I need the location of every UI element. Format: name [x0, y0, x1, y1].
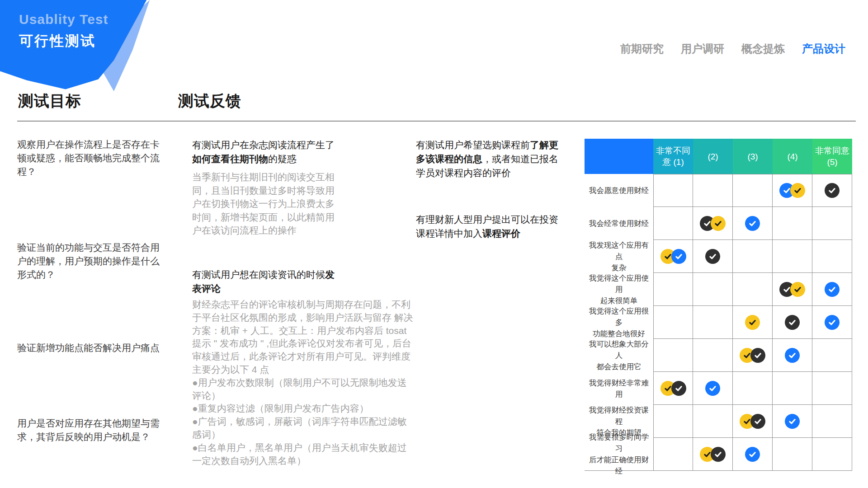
table-cell [653, 207, 693, 240]
feedback-heading: 有理财新人型用户提出可以在投资课程详情中加入课程评价 [416, 212, 562, 240]
blue-check-icon [825, 315, 840, 330]
feedback-title: 测试反馈 [178, 91, 241, 112]
divider-rule [17, 121, 856, 122]
blue-check-icon [785, 348, 800, 363]
blue-check-icon [825, 282, 840, 297]
table-row-label: 我觉得这个应用很多 功能整合地很好 [585, 306, 653, 339]
survey-table: 非常不同意 (1)(2)(3)(4)非常同意 (5)我会愿意使用财经我会经常使用… [585, 139, 852, 471]
table-header-cell: (4) [773, 139, 812, 174]
table-cell [733, 339, 773, 372]
blue-check-icon [745, 447, 760, 462]
table-cell [773, 372, 812, 405]
nav-item-0[interactable]: 前期研究 [620, 42, 664, 56]
goal-paragraph: 观察用户在操作流程上是否存在卡顿或疑惑，能否顺畅地完成整个流程？ [17, 138, 161, 178]
table-cell [733, 372, 773, 405]
blue-check-icon [785, 414, 800, 429]
table-cell [693, 240, 733, 273]
feedback-heading: 有测试用户想在阅读资讯的时候发表评论 [192, 267, 343, 296]
black-check-icon [750, 414, 765, 429]
feedback-heading-text: 有测试用户希望选购课程前 [416, 140, 530, 150]
black-check-icon [785, 315, 800, 330]
table-corner-cell [585, 139, 653, 174]
table-cell [773, 273, 812, 306]
table-cell [653, 372, 693, 405]
goal-paragraph: 验证新增功能点能否解决用户痛点 [17, 341, 161, 355]
yellow-check-icon [790, 282, 805, 297]
table-cell [773, 207, 812, 240]
table-cell [812, 207, 852, 240]
table-row-label: 我觉得财经非常难用 [585, 372, 653, 405]
nav-item-1[interactable]: 用户调研 [681, 42, 724, 56]
table-cell [733, 306, 773, 339]
black-check-icon [750, 348, 765, 363]
nav-item-3[interactable]: 产品设计 [802, 42, 845, 56]
table-cell [693, 207, 733, 240]
banner-title-zh: 可行性测试 [19, 32, 96, 51]
table-cell [653, 306, 693, 339]
feedback-heading-bold-text: 课程评价 [482, 228, 520, 239]
feedback-heading: 有测试用户在杂志阅读流程产生了如何查看往期刊物的疑惑 [192, 138, 343, 166]
table-cell [773, 174, 812, 207]
table-cell [773, 405, 812, 438]
table-cell [812, 405, 852, 438]
table-cell [812, 306, 852, 339]
table-cell [733, 207, 773, 240]
yellow-check-icon [790, 183, 805, 198]
table-row-label: 我会愿意使用财经 [585, 174, 653, 207]
black-check-icon [825, 183, 840, 198]
feedback-heading-bold-text: 如何查看往期刊物 [192, 154, 268, 164]
blue-check-icon [745, 216, 760, 231]
feedback-heading: 有测试用户希望选购课程前了解更多该课程的信息，或者知道已报名学员对课程内容的评价 [416, 138, 560, 180]
table-cell [812, 372, 852, 405]
goal-paragraph: 用户是否对应用存在其他期望与需求，其背后反映的用户动机是？ [17, 417, 161, 444]
table-cell [693, 372, 733, 405]
table-cell [693, 273, 733, 306]
feedback-body: 当季新刊与往期旧刊的阅读交互相同，且当旧刊数量过多时将导致用户在切换刊物这一行为… [192, 170, 343, 237]
table-cell [733, 273, 773, 306]
table-cell [653, 438, 693, 471]
table-cell [773, 339, 812, 372]
table-row-label: 我觉得这个应用使用 起来很简单 [585, 273, 653, 306]
table-cell [693, 174, 733, 207]
table-header-cell: 非常不同意 (1) [653, 139, 693, 174]
banner: Usablity Test 可行性测试 [0, 0, 156, 100]
page: { "banner": { "title_en": "Usablity Test… [0, 0, 868, 488]
feedback-body: 财经杂志平台的评论审核机制与周期存在问题，不利于平台社区化氛围的形成，影响用户活… [192, 298, 415, 467]
yellow-check-icon [745, 315, 760, 330]
table-cell [653, 240, 693, 273]
table-cell [733, 174, 773, 207]
yellow-check-icon [711, 216, 726, 231]
table-cell [693, 306, 733, 339]
table-cell [773, 438, 812, 471]
table-row-label: 我可以想象大部分人 都会去使用它 [585, 339, 653, 372]
table-row-label: 我会经常使用财经 [585, 207, 653, 240]
goal-paragraph: 验证当前的功能与交互是否符合用户的理解，用户预期的操作是什么形式的？ [17, 241, 161, 282]
table-cell [812, 174, 852, 207]
table-cell [653, 174, 693, 207]
black-check-icon [671, 381, 686, 396]
table-row-label: 我发现这个应用有点 复杂 [585, 240, 653, 273]
table-cell [653, 339, 693, 372]
table-cell [693, 438, 733, 471]
banner-title-en: Usablity Test [19, 12, 108, 27]
table-cell [733, 438, 773, 471]
goals-title: 测试目标 [18, 91, 81, 112]
table-header-cell: (3) [733, 139, 773, 174]
table-cell [812, 438, 852, 471]
table-cell [733, 240, 773, 273]
table-cell [812, 339, 852, 372]
black-check-icon [711, 447, 726, 462]
table-cell [693, 405, 733, 438]
table-cell [773, 240, 812, 273]
nav-item-2[interactable]: 概念提炼 [741, 42, 785, 56]
feedback-heading-text: 有测试用户在杂志阅读流程产生了 [192, 140, 335, 150]
table-cell [812, 240, 852, 273]
blue-check-icon [705, 381, 720, 396]
feedback-heading-text: 的疑惑 [268, 154, 297, 164]
table-cell [812, 273, 852, 306]
table-cell [733, 405, 773, 438]
table-header-cell: 非常同意 (5) [812, 139, 852, 174]
table-cell [653, 405, 693, 438]
feedback-heading-text: 有测试用户想在阅读资讯的时候 [192, 269, 325, 280]
top-nav: 前期研究用户调研概念提炼产品设计 [620, 42, 845, 56]
